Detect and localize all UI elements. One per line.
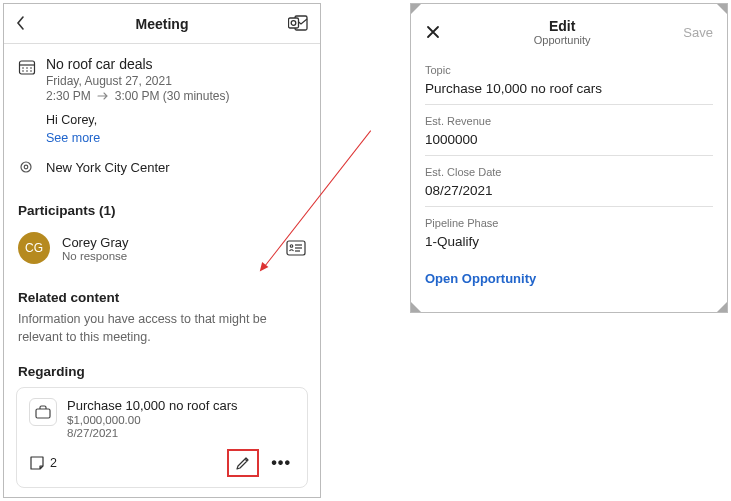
notes-count[interactable]: 2 (29, 455, 57, 471)
arrow-right-icon (97, 92, 109, 100)
card-date: 8/27/2021 (67, 427, 238, 439)
edit-header: Edit Opportunity Save (411, 4, 727, 48)
card-amount: $1,000,000.00 (67, 414, 238, 426)
more-button[interactable]: ••• (267, 454, 295, 472)
phase-label: Pipeline Phase (425, 217, 713, 229)
svg-point-6 (26, 67, 28, 69)
location-icon (18, 159, 36, 175)
greeting-text: Hi Corey, (46, 113, 306, 127)
participant-response: No response (62, 250, 128, 262)
svg-rect-1 (289, 18, 299, 28)
edit-form: Topic Purchase 10,000 no roof cars Est. … (411, 48, 727, 257)
revenue-label: Est. Revenue (425, 115, 713, 127)
close-date-label: Est. Close Date (425, 166, 713, 178)
phase-field[interactable]: 1-Qualify (425, 229, 713, 257)
participant-row[interactable]: CG Corey Gray No response (4, 224, 320, 272)
edit-panel: Edit Opportunity Save Topic Purchase 10,… (410, 3, 728, 313)
open-opportunity-link[interactable]: Open Opportunity (411, 257, 727, 300)
svg-point-17 (290, 245, 293, 248)
event-date: Friday, August 27, 2021 (46, 74, 229, 88)
note-icon (29, 455, 45, 471)
contact-card-icon[interactable] (286, 240, 306, 256)
edit-button[interactable] (227, 449, 259, 477)
time-start: 2:30 PM (46, 89, 91, 103)
see-more-link[interactable]: See more (46, 131, 100, 145)
event-section: No roof car deals Friday, August 27, 202… (4, 44, 320, 185)
page-title: Meeting (136, 16, 189, 32)
svg-point-9 (26, 70, 28, 72)
header: Meeting (4, 4, 320, 44)
participant-name: Corey Gray (62, 235, 128, 250)
event-time: 2:30 PM 3:00 PM (30 minutes) (46, 89, 229, 103)
svg-point-10 (30, 70, 32, 72)
pencil-icon (235, 455, 251, 471)
close-date-field[interactable]: 08/27/2021 (425, 178, 713, 207)
calendar-icon (18, 58, 36, 76)
svg-point-5 (22, 67, 24, 69)
outlook-icon[interactable] (288, 14, 308, 32)
opportunity-icon (29, 398, 57, 426)
close-icon[interactable] (425, 24, 441, 40)
back-icon[interactable] (14, 14, 28, 32)
svg-point-12 (24, 165, 28, 169)
svg-point-7 (30, 67, 32, 69)
participants-header: Participants (1) (4, 203, 320, 218)
regarding-header: Regarding (4, 364, 320, 379)
svg-point-11 (21, 162, 31, 172)
time-end: 3:00 PM (30 minutes) (115, 89, 230, 103)
svg-point-8 (22, 70, 24, 72)
topic-field[interactable]: Purchase 10,000 no roof cars (425, 76, 713, 105)
avatar: CG (18, 232, 50, 264)
card-title: Purchase 10,000 no roof cars (67, 398, 238, 413)
topic-label: Topic (425, 64, 713, 76)
event-title: No roof car deals (46, 56, 229, 72)
svg-rect-18 (36, 409, 50, 418)
regarding-card[interactable]: Purchase 10,000 no roof cars $1,000,000.… (16, 387, 308, 488)
edit-title: Edit (441, 18, 683, 34)
related-header: Related content (4, 290, 320, 305)
edit-subtitle: Opportunity (441, 34, 683, 46)
location-text: New York City Center (46, 160, 170, 175)
related-subtext: Information you have access to that migh… (4, 311, 320, 346)
revenue-field[interactable]: 1000000 (425, 127, 713, 156)
meeting-panel: Meeting No roof car deals Friday, August… (3, 3, 321, 498)
save-button[interactable]: Save (683, 25, 713, 40)
